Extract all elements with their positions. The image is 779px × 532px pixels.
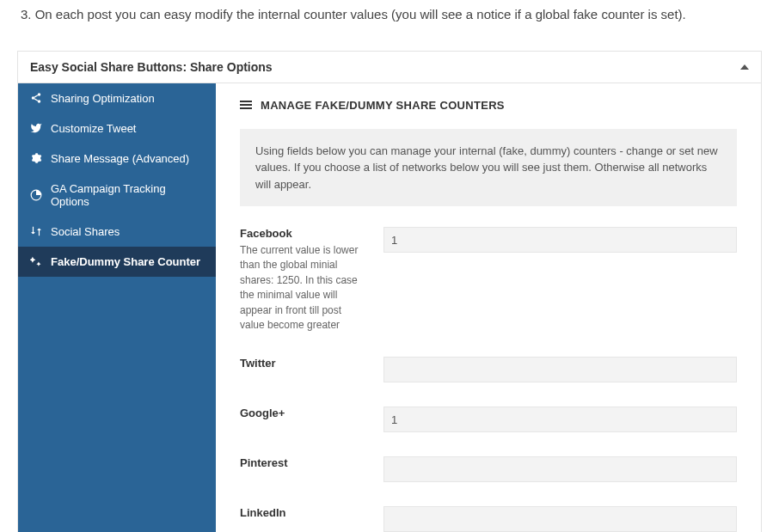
field-input-col <box>383 506 737 532</box>
sidebar-item-share-message-advanced[interactable]: Share Message (Advanced) <box>18 144 216 174</box>
sidebar-item-label: Share Message (Advanced) <box>51 152 189 165</box>
sidebar: Sharing Optimization Customize Tweet Sha… <box>18 83 216 533</box>
pinterest-input[interactable] <box>383 456 737 482</box>
svg-point-1 <box>32 96 35 100</box>
sidebar-item-social-shares[interactable]: Social Shares <box>18 217 216 247</box>
section-header: MANAGE FAKE/DUMMY SHARE COUNTERS <box>240 99 737 112</box>
field-row-linkedin: LinkedIn <box>240 506 737 532</box>
sidebar-item-customize-tweet[interactable]: Customize Tweet <box>18 113 216 144</box>
main-content: MANAGE FAKE/DUMMY SHARE COUNTERS Using f… <box>216 83 761 533</box>
field-label: Google+ <box>240 407 365 419</box>
field-row-twitter: Twitter <box>240 357 737 382</box>
field-row-googleplus: Google+ <box>240 407 737 432</box>
collapse-toggle-icon[interactable] <box>740 64 749 70</box>
panel-body: Sharing Optimization Customize Tweet Sha… <box>18 83 761 533</box>
field-hint: The current value is lower than the glob… <box>240 243 365 333</box>
panel-header: Easy Social Share Buttons: Share Options <box>18 52 761 83</box>
fields-container: Facebook The current value is lower than… <box>240 227 737 532</box>
field-input-col <box>383 456 737 482</box>
field-label: Pinterest <box>240 456 365 469</box>
sidebar-item-label: Customize Tweet <box>51 122 136 135</box>
sidebar-item-label: Fake/Dummy Share Counter <box>51 255 200 268</box>
sidebar-item-label: Social Shares <box>51 225 120 238</box>
twitter-input[interactable] <box>383 357 737 382</box>
field-label-col: Twitter <box>240 357 365 382</box>
field-input-col <box>383 407 737 432</box>
field-label: LinkedIn <box>240 506 365 519</box>
linkedin-input[interactable] <box>383 506 737 532</box>
hamburger-icon <box>240 99 252 111</box>
sidebar-item-fake-dummy-share-counter[interactable]: Fake/Dummy Share Counter <box>18 247 216 277</box>
analytics-icon <box>30 189 42 201</box>
sidebar-item-sharing-optimization[interactable]: Sharing Optimization <box>18 83 216 113</box>
sidebar-item-label: Sharing Optimization <box>51 92 155 105</box>
field-label-col: Pinterest <box>240 456 365 482</box>
gear-icon <box>30 152 42 164</box>
sort-icon <box>30 225 42 237</box>
sidebar-item-ga-campaign-tracking[interactable]: GA Campaign Tracking Options <box>18 174 216 217</box>
field-input-col <box>383 357 737 382</box>
facebook-input[interactable] <box>383 227 737 253</box>
svg-point-2 <box>38 100 41 103</box>
field-input-col <box>383 227 737 333</box>
twitter-icon <box>30 122 42 134</box>
info-box: Using fields below you can manage your i… <box>240 129 737 207</box>
instruction-text: 3. On each post you can easy modify the … <box>21 5 762 25</box>
field-label: Twitter <box>240 357 365 370</box>
field-row-facebook: Facebook The current value is lower than… <box>240 227 737 333</box>
panel-title: Easy Social Share Buttons: Share Options <box>30 60 273 74</box>
field-row-pinterest: Pinterest <box>240 456 737 482</box>
share-options-panel: Easy Social Share Buttons: Share Options… <box>17 51 762 533</box>
section-title: MANAGE FAKE/DUMMY SHARE COUNTERS <box>261 99 505 112</box>
sparkle-icon <box>30 255 42 267</box>
field-label-col: Google+ <box>240 407 365 432</box>
svg-point-0 <box>38 93 41 96</box>
sidebar-item-label: GA Campaign Tracking Options <box>51 182 204 208</box>
googleplus-input[interactable] <box>383 407 737 432</box>
field-label: Facebook <box>240 227 365 240</box>
field-label-col: Facebook The current value is lower than… <box>240 227 365 333</box>
field-label-col: LinkedIn <box>240 506 365 532</box>
share-icon <box>30 92 42 104</box>
